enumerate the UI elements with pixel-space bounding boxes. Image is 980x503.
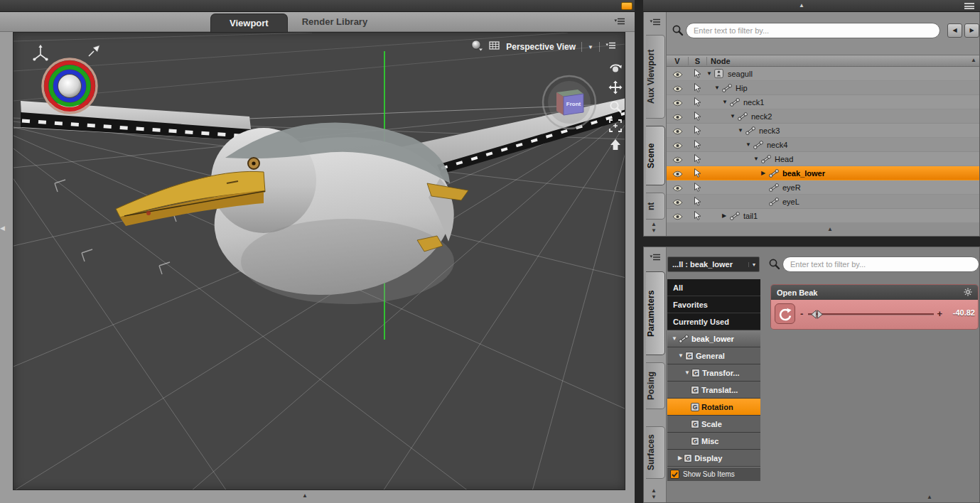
selection-cursor-icon[interactable] (688, 166, 706, 180)
visibility-eye-icon[interactable] (667, 67, 688, 81)
column-node[interactable]: Node (706, 57, 731, 65)
scene-row-seagull[interactable]: ▼seagull (667, 67, 979, 81)
pane-options-icon[interactable] (614, 17, 625, 27)
show-sub-items-row[interactable]: Show Sub Items (667, 467, 760, 481)
scene-filter-input[interactable] (686, 23, 940, 38)
left-collapse-icon[interactable]: ◀ (0, 225, 5, 232)
orbit-rotate-icon[interactable] (608, 61, 623, 75)
tab-aux-viewport[interactable]: Aux Viewport (646, 35, 665, 119)
shaded-view-icon[interactable] (470, 40, 483, 54)
tab-posing[interactable]: Posing (646, 362, 665, 409)
slider-value[interactable]: -40.82 (944, 308, 975, 317)
view-selector-label[interactable]: Perspective View (506, 42, 576, 52)
parameters-collapse-icon[interactable]: ▲ (927, 494, 932, 500)
tab-parameters[interactable]: Parameters (646, 271, 665, 355)
expander-icon[interactable]: ▼ (684, 369, 690, 376)
orbit-control[interactable] (40, 56, 99, 116)
horizontal-splitter[interactable] (643, 237, 980, 247)
param-nav-currently-used[interactable]: Currently Used (667, 313, 760, 330)
expander-icon[interactable]: ▼ (706, 70, 714, 77)
tab-scene[interactable]: Scene (646, 126, 665, 185)
selection-cursor-icon[interactable] (688, 95, 706, 109)
scene-row-neck1[interactable]: ▼neck1 (667, 95, 979, 109)
tab-render-library[interactable]: Render Library (288, 12, 382, 32)
slider-track[interactable] (808, 313, 934, 315)
selection-cursor-icon[interactable] (688, 81, 706, 95)
scene-collapse-icon[interactable]: ▲ (827, 227, 833, 232)
expander-icon[interactable]: ▼ (730, 113, 738, 119)
expander-icon[interactable]: ▶ (722, 212, 730, 219)
selection-cursor-icon[interactable] (688, 124, 706, 138)
scene-scroll-up-icon[interactable]: ▲ (971, 58, 976, 63)
tab-scroll-down-icon[interactable]: ▼ (651, 228, 657, 234)
visibility-eye-icon[interactable] (667, 81, 688, 95)
column-visibility[interactable]: V (667, 57, 688, 65)
scene-row-tail1[interactable]: ▶tail1 (667, 209, 979, 223)
pan-icon[interactable] (608, 80, 623, 94)
selection-cursor-icon[interactable] (688, 109, 706, 124)
selection-cursor-icon[interactable] (688, 180, 706, 195)
parameters-filter-input[interactable] (782, 256, 979, 272)
grid-view-icon[interactable] (489, 40, 500, 53)
tab-content-partial[interactable]: nt (646, 193, 665, 220)
param-nav-favorites[interactable]: Favorites (667, 296, 760, 313)
expander-icon[interactable]: ▼ (745, 141, 753, 148)
expander-icon[interactable]: ▼ (722, 99, 730, 105)
selection-cursor-icon[interactable] (688, 67, 706, 81)
filter-next-button[interactable]: ▶ (964, 23, 979, 38)
visibility-eye-icon[interactable] (667, 124, 688, 138)
scroll-up-icon[interactable]: ▲ (799, 3, 804, 9)
filter-prev-button[interactable]: ◀ (947, 23, 962, 38)
tab-scroll-down-icon[interactable]: ▼ (651, 494, 657, 500)
scope-dropdown[interactable]: ...ll : beak_lower ▼ (667, 256, 760, 272)
tab-scroll-up-icon[interactable]: ▲ (651, 222, 657, 227)
param-nav-display[interactable]: ▶GDisplay (667, 450, 760, 466)
zoom-icon[interactable] (608, 99, 623, 114)
home-view-icon[interactable] (608, 138, 623, 152)
expander-icon[interactable]: ▼ (714, 85, 722, 91)
viewport-canvas[interactable]: Perspective View ▼ (13, 32, 625, 490)
slider-plus-button[interactable]: + (937, 308, 942, 320)
expander-icon[interactable]: ▶ (761, 170, 769, 176)
scene-row-beak_lower[interactable]: ▶beak_lower (667, 166, 979, 180)
param-nav-misc[interactable]: GMisc (667, 433, 760, 449)
expander-icon[interactable]: ▼ (738, 127, 745, 134)
scene-row-neck2[interactable]: ▼neck2 (667, 109, 979, 124)
column-selectable[interactable]: S (688, 57, 706, 65)
tab-surfaces[interactable]: Surfaces (646, 426, 665, 479)
scene-row-Head[interactable]: ▼Head (667, 152, 979, 166)
visibility-eye-icon[interactable] (667, 152, 688, 166)
visibility-eye-icon[interactable] (667, 180, 688, 195)
expander-icon[interactable]: ▼ (753, 156, 761, 162)
pane-options-icon[interactable] (650, 253, 661, 263)
scene-row-neck3[interactable]: ▼neck3 (667, 124, 979, 138)
visibility-eye-icon[interactable] (667, 138, 688, 152)
tab-viewport[interactable]: Viewport (210, 13, 288, 32)
param-nav-translat[interactable]: GTranslat... (667, 382, 760, 398)
selection-cursor-icon[interactable] (688, 209, 706, 223)
tab-scroll-up-icon[interactable]: ▲ (651, 488, 657, 494)
visibility-eye-icon[interactable] (667, 95, 688, 109)
param-nav-beak-lower[interactable]: ▼beak_lower (667, 330, 760, 347)
expander-icon[interactable]: ▼ (672, 335, 677, 342)
expander-icon[interactable]: ▼ (678, 352, 684, 359)
selection-cursor-icon[interactable] (688, 195, 706, 209)
reset-spin-icon[interactable] (775, 303, 795, 324)
gear-icon[interactable] (964, 288, 972, 298)
param-nav-scale[interactable]: GScale (667, 416, 760, 432)
visibility-eye-icon[interactable] (667, 109, 688, 124)
scene-row-eyeL[interactable]: eyeL (667, 195, 979, 209)
visibility-eye-icon[interactable] (667, 195, 688, 209)
scene-row-neck4[interactable]: ▼neck4 (667, 138, 979, 152)
param-nav-general[interactable]: ▼GGeneral (667, 347, 760, 364)
view-cube[interactable]: Front (539, 74, 601, 131)
visibility-eye-icon[interactable] (667, 209, 688, 223)
expander-icon[interactable]: ▶ (678, 455, 682, 461)
frame-icon[interactable] (608, 119, 623, 133)
scene-row-eyeR[interactable]: eyeR (667, 180, 979, 195)
visibility-eye-icon[interactable] (667, 166, 688, 180)
vertical-splitter[interactable] (635, 0, 643, 503)
viewport-pane-options-icon[interactable] (605, 40, 616, 53)
pane-options-icon[interactable] (650, 18, 661, 28)
slider-handle[interactable] (811, 309, 823, 322)
